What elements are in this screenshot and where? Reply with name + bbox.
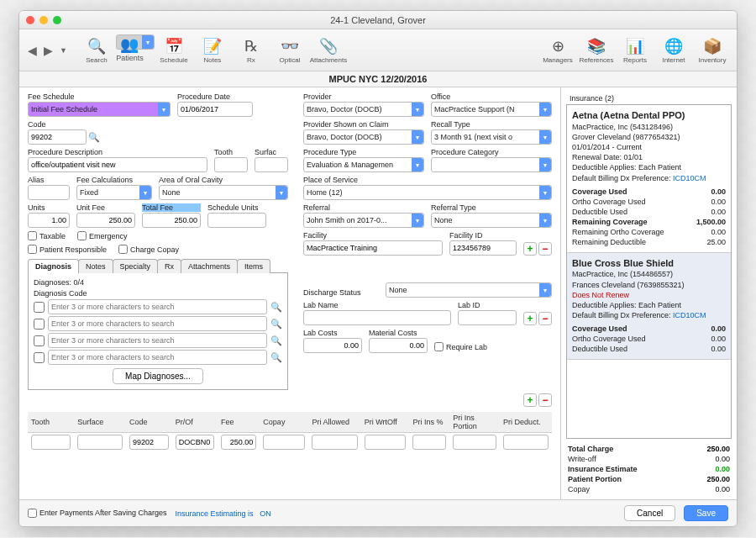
ref-type-label: Referral Type <box>431 203 552 212</box>
fee-calc-select[interactable]: Fixed <box>76 185 152 200</box>
charge-copay-checkbox[interactable]: Charge Copay <box>118 245 179 254</box>
remove-icon[interactable]: − <box>538 242 552 256</box>
cell-fee[interactable] <box>221 435 256 450</box>
patient-resp-checkbox[interactable]: Patient Responsible <box>28 245 107 254</box>
inventory-icon: 📦 <box>702 36 722 56</box>
ref-type-select[interactable]: None <box>431 213 552 228</box>
total-fee-input[interactable] <box>142 213 201 228</box>
toolbar-patients[interactable]: 👥Patients <box>116 34 155 50</box>
aoc-select[interactable]: None <box>159 185 288 200</box>
recall-select[interactable]: 3 Month 91 (next visit o <box>431 129 552 145</box>
search-icon[interactable]: 🔍 <box>270 335 282 346</box>
forward-icon[interactable]: ▶ <box>40 42 56 59</box>
discharge-select[interactable]: None <box>386 282 552 298</box>
code-search-icon[interactable]: 🔍 <box>88 132 100 143</box>
add-row-icon[interactable]: + <box>523 393 537 407</box>
diag-check-4[interactable] <box>34 352 45 363</box>
col-header: Fee <box>218 412 260 433</box>
cell-inspct[interactable] <box>412 435 446 450</box>
alias-input[interactable] <box>28 185 70 200</box>
cell-deduct[interactable] <box>503 435 549 450</box>
diag-check-3[interactable] <box>34 335 45 346</box>
pos-select[interactable]: Home (12) <box>303 185 552 200</box>
provider-label: Provider <box>303 92 424 101</box>
remove-row-icon[interactable]: − <box>538 393 552 407</box>
toolbar-reports[interactable]: 📊Reports <box>616 34 654 66</box>
toolbar-managers[interactable]: ⊕Managers <box>538 34 577 66</box>
mat-costs-input[interactable] <box>369 338 428 353</box>
diag-check-2[interactable] <box>34 319 45 330</box>
toolbar-references[interactable]: 📚References <box>577 34 616 66</box>
enter-payments-checkbox[interactable]: Enter Payments After Saving Charges <box>28 509 167 518</box>
toolbar-search[interactable]: 🔍Search <box>77 34 116 66</box>
back-icon[interactable]: ◀ <box>24 42 40 59</box>
require-lab-checkbox[interactable]: Require Lab <box>434 342 487 351</box>
cell-surface[interactable] <box>77 435 123 450</box>
emergency-checkbox[interactable]: Emergency <box>77 231 128 240</box>
unit-fee-input[interactable] <box>76 213 135 228</box>
diag-input-1[interactable] <box>48 299 267 314</box>
lab-name-input[interactable] <box>303 310 451 325</box>
taxable-checkbox[interactable]: Taxable <box>28 231 66 240</box>
proc-desc-input[interactable] <box>28 157 207 172</box>
search-icon[interactable]: 🔍 <box>270 352 282 363</box>
tooth-input[interactable] <box>214 157 248 172</box>
search-icon[interactable]: 🔍 <box>270 319 282 330</box>
add-icon[interactable]: + <box>523 312 537 325</box>
insurance-card[interactable]: Aetna (Aetna Dental PPO)MacPractice, Inc… <box>567 105 731 253</box>
dropdown-icon[interactable]: ▼ <box>56 45 71 56</box>
referral-select[interactable]: John Smith on 2017-0... <box>303 213 424 228</box>
save-button[interactable]: Save <box>684 505 728 521</box>
tab-rx[interactable]: Rx <box>157 259 181 273</box>
code-input[interactable] <box>28 129 87 145</box>
proc-cat-select[interactable] <box>431 157 552 172</box>
tab-items[interactable]: Items <box>237 259 270 273</box>
proc-date-input[interactable] <box>177 102 253 117</box>
table-row[interactable] <box>28 433 552 452</box>
diag-input-4[interactable] <box>48 350 267 365</box>
remove-icon[interactable]: − <box>538 312 552 325</box>
cell-copay[interactable] <box>263 435 305 450</box>
references-icon: 📚 <box>586 36 606 56</box>
proc-type-select[interactable]: Evaluation & Managemen <box>303 157 424 172</box>
cell-prof[interactable] <box>176 435 214 450</box>
units-input[interactable] <box>28 213 70 228</box>
search-icon[interactable]: 🔍 <box>270 302 282 313</box>
tab-attachments[interactable]: Attachments <box>181 259 238 273</box>
add-icon[interactable]: + <box>523 242 537 256</box>
lab-id-input[interactable] <box>458 310 517 325</box>
insurance-card[interactable]: Blue Cross Blue ShieldMacPractice, Inc (… <box>567 253 731 360</box>
office-select[interactable]: MacPractice Support (N <box>431 102 552 117</box>
toolbar-rx[interactable]: ℞Rx <box>232 34 270 66</box>
fee-schedule-select[interactable]: Initial Fee Schedule <box>28 102 171 117</box>
cancel-button[interactable]: Cancel <box>624 505 675 521</box>
cell-allowed[interactable] <box>312 435 357 450</box>
cell-wrtoff[interactable] <box>365 435 407 450</box>
provider-select[interactable]: Bravo, Doctor (DOCB) <box>303 102 424 117</box>
toolbar-attachments[interactable]: 📎Attachments <box>309 34 348 66</box>
tab-specialty[interactable]: Specialty <box>113 259 159 273</box>
diag-input-2[interactable] <box>48 316 267 331</box>
diag-check-1[interactable] <box>34 302 45 313</box>
nav-arrows: ◀ ▶ ▼ <box>24 42 71 59</box>
toolbar-optical[interactable]: 👓Optical <box>270 34 309 66</box>
tab-notes[interactable]: Notes <box>78 259 113 273</box>
tab-diagnosis[interactable]: Diagnosis <box>28 259 79 273</box>
diag-input-3[interactable] <box>48 333 267 348</box>
toolbar-schedule[interactable]: 📅Schedule <box>155 34 193 66</box>
sched-units-input[interactable] <box>207 213 266 228</box>
cell-insportion[interactable] <box>453 435 496 450</box>
map-diagnoses-button[interactable]: Map Diagnoses... <box>113 368 203 384</box>
toolbar-inventory[interactable]: 📦Inventory <box>693 34 732 66</box>
tooth-label: Tooth <box>214 148 248 156</box>
cell-code[interactable] <box>129 435 169 450</box>
cell-tooth[interactable] <box>31 435 71 450</box>
facility-id-input[interactable] <box>449 240 517 256</box>
lab-costs-input[interactable] <box>303 338 362 353</box>
toolbar-notes[interactable]: 📝Notes <box>193 34 232 66</box>
search-icon: 🔍 <box>87 36 107 56</box>
psoc-select[interactable]: Bravo, Doctor (DOCB) <box>303 129 424 145</box>
surface-input[interactable] <box>255 157 288 172</box>
facility-input[interactable] <box>303 240 443 256</box>
toolbar-internet[interactable]: 🌐Internet <box>654 34 693 66</box>
